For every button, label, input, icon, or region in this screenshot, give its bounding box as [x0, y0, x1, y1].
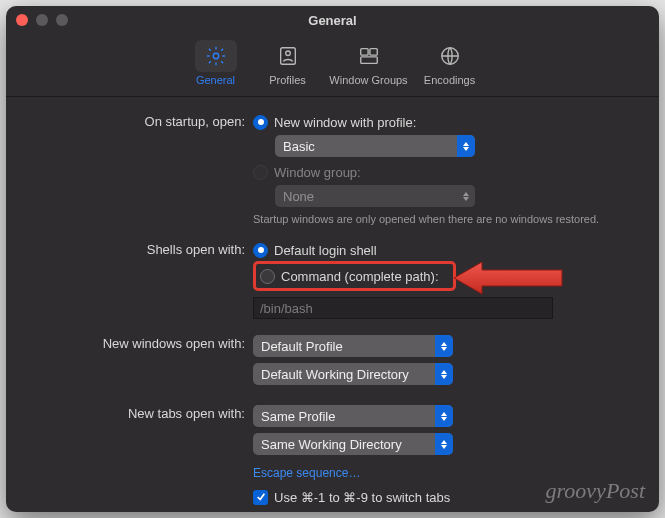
gear-icon: [195, 40, 237, 72]
zoom-window-button[interactable]: [56, 14, 68, 26]
escape-sequence-link[interactable]: Escape sequence…: [253, 466, 360, 480]
popup-value: Default Working Directory: [261, 367, 409, 382]
row-shells-open-with: Shells open with: Default login shell Co…: [28, 239, 637, 319]
startup-hint: Startup windows are only opened when the…: [253, 213, 637, 225]
radio-new-window-profile[interactable]: New window with profile:: [253, 111, 637, 133]
windows-icon: [348, 40, 390, 72]
popup-value: Default Profile: [261, 339, 343, 354]
popup-value: Same Working Directory: [261, 437, 402, 452]
general-pane: On startup, open: New window with profil…: [6, 97, 659, 512]
checkbox-label: Use ⌘-1 to ⌘-9 to switch tabs: [274, 490, 450, 505]
tab-label: General: [196, 74, 235, 86]
label-new-windows: New windows open with:: [28, 333, 253, 351]
radio-icon: [253, 243, 268, 258]
radio-label: New window with profile:: [274, 115, 416, 130]
radio-window-group[interactable]: Window group:: [253, 161, 637, 183]
close-window-button[interactable]: [16, 14, 28, 26]
updown-icon: [435, 405, 453, 427]
preferences-toolbar: General Profiles Window Groups Encodings: [6, 34, 659, 97]
svg-point-0: [213, 53, 219, 59]
annotation-highlight: Command (complete path):: [253, 261, 456, 291]
radio-default-login-shell[interactable]: Default login shell: [253, 239, 637, 261]
updown-icon: [457, 185, 475, 207]
updown-icon: [435, 335, 453, 357]
svg-point-2: [285, 51, 290, 56]
tab-label: Window Groups: [329, 74, 407, 86]
popup-value: Basic: [283, 139, 315, 154]
minimize-window-button[interactable]: [36, 14, 48, 26]
svg-rect-4: [369, 49, 376, 55]
startup-profile-popup[interactable]: Basic: [275, 135, 475, 157]
tab-profiles[interactable]: Profiles: [252, 36, 324, 90]
label-new-tabs: New tabs open with:: [28, 403, 253, 421]
preferences-window: General General Profiles Window Groups: [6, 6, 659, 512]
label-shells-open-with: Shells open with:: [28, 239, 253, 257]
window-title: General: [308, 13, 356, 28]
tab-encodings[interactable]: Encodings: [414, 36, 486, 90]
svg-rect-3: [360, 49, 367, 55]
tab-window-groups[interactable]: Window Groups: [324, 36, 414, 90]
radio-label: Default login shell: [274, 243, 377, 258]
checkmark-icon: [253, 490, 268, 505]
new-tabs-dir-popup[interactable]: Same Working Directory: [253, 433, 453, 455]
tab-label: Encodings: [424, 74, 475, 86]
updown-icon: [457, 135, 475, 157]
new-windows-profile-popup[interactable]: Default Profile: [253, 335, 453, 357]
tab-general[interactable]: General: [180, 36, 252, 90]
watermark: groovyPost: [546, 478, 645, 504]
radio-command-path[interactable]: Command (complete path):: [260, 267, 439, 285]
label-on-startup: On startup, open:: [28, 111, 253, 129]
new-tabs-profile-popup[interactable]: Same Profile: [253, 405, 453, 427]
tab-label: Profiles: [269, 74, 306, 86]
profile-icon: [267, 40, 309, 72]
globe-icon: [429, 40, 471, 72]
updown-icon: [435, 363, 453, 385]
svg-rect-5: [360, 57, 377, 63]
window-controls: [16, 14, 68, 26]
row-new-windows: New windows open with: Default Profile D…: [28, 333, 637, 389]
row-on-startup: On startup, open: New window with profil…: [28, 111, 637, 235]
popup-value: Same Profile: [261, 409, 335, 424]
radio-icon: [260, 269, 275, 284]
popup-value: None: [283, 189, 314, 204]
updown-icon: [435, 433, 453, 455]
radio-icon: [253, 115, 268, 130]
window-group-popup: None: [275, 185, 475, 207]
radio-label: Command (complete path):: [281, 269, 439, 284]
titlebar: General: [6, 6, 659, 34]
new-windows-dir-popup[interactable]: Default Working Directory: [253, 363, 453, 385]
command-path-input[interactable]: [253, 297, 553, 319]
radio-label: Window group:: [274, 165, 361, 180]
radio-icon: [253, 165, 268, 180]
